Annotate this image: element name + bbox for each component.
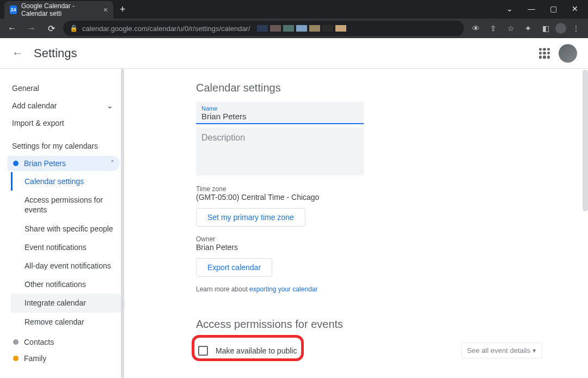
share-icon[interactable]: ⇪ [486, 21, 501, 36]
name-field[interactable]: Name Brian Peters [196, 102, 364, 124]
sub-remove-calendar[interactable]: Remove calendar [11, 313, 125, 331]
tab-title: Google Calendar - Calendar setti [21, 2, 99, 17]
lock-icon: 🔒 [70, 25, 78, 32]
timezone-value: (GMT-05:00) Central Time - Chicago [196, 193, 566, 202]
sidebar: General Add calendar ⌄ Import & export S… [0, 69, 125, 378]
calendar-name: Contacts [24, 338, 54, 346]
address-bar-row: ← → ⟳ 🔒 calendar.google.com/calendar/u/0… [0, 19, 588, 38]
browser-tab[interactable]: 24 Google Calendar - Calendar setti × [4, 1, 113, 19]
google-apps-icon[interactable] [539, 48, 550, 59]
chevron-up-icon: ˄ [111, 159, 114, 168]
exporting-link[interactable]: exporting your calendar [249, 285, 317, 293]
calendar-color-dot [13, 161, 19, 166]
sub-other-notifications[interactable]: Other notifications [11, 275, 125, 294]
kebab-icon[interactable]: ⋮ [568, 21, 584, 36]
new-tab-button[interactable]: + [113, 4, 132, 15]
sub-integrate-calendar[interactable]: Integrate calendar [11, 294, 125, 312]
dropdown-icon[interactable]: ⌄ [500, 2, 519, 15]
url-obscured [257, 25, 346, 32]
sidebar-item-general[interactable]: General [0, 80, 125, 97]
sidebar-sublist: Calendar settings Access permissions for… [11, 172, 125, 331]
sidebar-calendar-contacts[interactable]: Contacts [8, 334, 120, 350]
description-field[interactable]: Description [196, 127, 364, 175]
calendar-favicon: 24 [10, 5, 17, 14]
puzzle-icon[interactable]: ✦ [520, 21, 536, 36]
window-controls: ⌄ — ▢ ✕ [500, 0, 588, 15]
name-value: Brian Peters [201, 112, 358, 121]
panel-icon[interactable]: ◧ [538, 21, 553, 36]
star-icon[interactable]: ☆ [503, 21, 518, 36]
back-arrow-icon[interactable]: ← [11, 47, 24, 60]
url-bar[interactable]: 🔒 calendar.google.com/calendar/u/0/r/set… [63, 21, 464, 36]
sidebar-item-add-calendar[interactable]: Add calendar ⌄ [0, 97, 125, 114]
make-public-row: Make available to public See all event d… [196, 338, 566, 363]
description-placeholder: Description [201, 133, 358, 143]
browser-chrome: 24 Google Calendar - Calendar setti × + … [0, 0, 588, 38]
chevron-down-icon: ⌄ [107, 101, 113, 110]
sidebar-label: Add calendar [12, 101, 57, 110]
event-details-dropdown[interactable]: See all event details▾ [461, 343, 542, 358]
dropdown-caret-icon: ▾ [532, 346, 536, 355]
nav-forward-icon: → [24, 21, 39, 36]
close-window-icon[interactable]: ✕ [565, 2, 585, 15]
name-label: Name [201, 105, 358, 112]
maximize-icon[interactable]: ▢ [543, 2, 563, 15]
profile-icon[interactable] [555, 23, 566, 34]
permissions-title: Access permissions for events [196, 318, 566, 331]
learn-more-text: Learn more about exporting your calendar [196, 285, 566, 293]
sub-allday-notifications[interactable]: All-day event notifications [11, 257, 125, 275]
calendar-name: Family [24, 354, 46, 363]
calendar-color-dot [13, 339, 19, 345]
sidebar-calendar-family[interactable]: Family [8, 351, 120, 366]
owner-value: Brian Peters [196, 243, 566, 252]
section-title: Calendar settings [196, 82, 566, 94]
app-header: ← Settings [0, 38, 588, 69]
make-public-checkbox[interactable] [198, 346, 208, 356]
sub-event-notifications[interactable]: Event notifications [11, 238, 125, 257]
browser-right-icons: 👁 ⇪ ☆ ✦ ◧ ⋮ [468, 21, 584, 36]
timezone-label: Time zone [196, 185, 566, 193]
sidebar-item-import-export[interactable]: Import & export [0, 114, 125, 132]
tab-close-icon[interactable]: × [103, 5, 108, 14]
main-scrollbar[interactable] [583, 69, 588, 378]
set-timezone-button[interactable]: Set my primary time zone [196, 208, 305, 227]
owner-label: Owner [196, 235, 566, 243]
sub-access-permissions[interactable]: Access permissions for events [11, 191, 125, 219]
calendar-name: Brian Peters [24, 159, 66, 168]
sidebar-scrollbar[interactable] [121, 69, 124, 378]
tab-bar: 24 Google Calendar - Calendar setti × + … [0, 0, 588, 19]
make-public-label: Make available to public [216, 346, 297, 355]
calendar-color-dot [13, 356, 19, 361]
reload-icon[interactable]: ⟳ [44, 21, 59, 36]
account-avatar[interactable] [559, 44, 577, 63]
eye-icon[interactable]: 👁 [468, 21, 483, 36]
sidebar-section-header: Settings for my calendars [0, 132, 125, 155]
url-text: calendar.google.com/calendar/u/0/r/setti… [82, 25, 250, 33]
sidebar-calendar-selected[interactable]: Brian Peters ˄ [8, 156, 120, 171]
app-body: General Add calendar ⌄ Import & export S… [0, 69, 588, 378]
sub-share-people[interactable]: Share with specific people [11, 220, 125, 238]
minimize-icon[interactable]: — [522, 2, 541, 15]
sub-calendar-settings[interactable]: Calendar settings [11, 172, 125, 191]
main-content: Calendar settings Name Brian Peters Desc… [125, 69, 588, 378]
page-title: Settings [34, 46, 77, 60]
nav-back-icon[interactable]: ← [4, 21, 20, 36]
export-calendar-button[interactable]: Export calendar [196, 258, 272, 277]
